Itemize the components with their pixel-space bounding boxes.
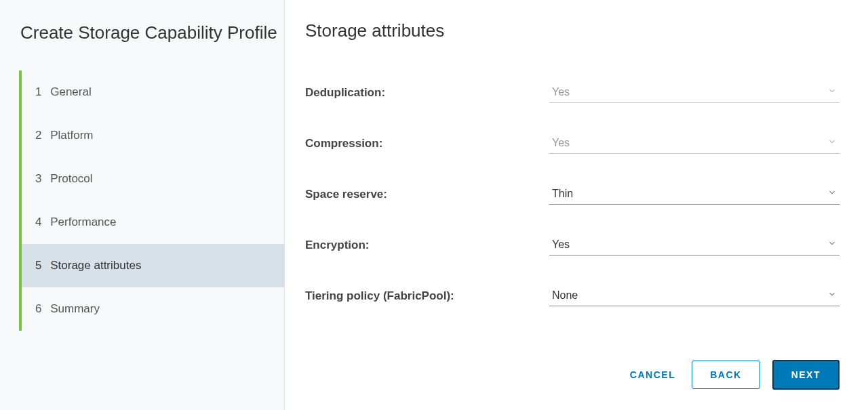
- row-tiering-policy: Tiering policy (FabricPool): None: [305, 285, 840, 306]
- label-compression: Compression:: [305, 137, 549, 150]
- step-num: 5: [35, 259, 41, 272]
- next-button[interactable]: NEXT: [772, 360, 840, 390]
- label-encryption: Encryption:: [305, 239, 549, 252]
- select-value: None: [552, 289, 578, 302]
- row-compression: Compression: Yes: [305, 133, 840, 154]
- label-space-reserve: Space reserve:: [305, 188, 549, 201]
- row-deduplication: Deduplication: Yes: [305, 82, 840, 103]
- chevron-down-icon: [827, 137, 837, 149]
- back-button[interactable]: BACK: [692, 361, 760, 389]
- select-encryption[interactable]: Yes: [549, 234, 840, 255]
- step-label: Platform: [50, 129, 93, 142]
- chevron-down-icon: [827, 188, 837, 200]
- select-tiering-policy[interactable]: None: [549, 285, 840, 306]
- step-label: Performance: [50, 216, 116, 228]
- step-label: General: [50, 85, 91, 98]
- storage-attributes-form: Deduplication: Yes Compression: Yes Spac…: [305, 82, 840, 340]
- select-value: Yes: [552, 239, 570, 251]
- step-num: 3: [35, 172, 41, 185]
- step-performance[interactable]: 4 Performance: [22, 201, 284, 244]
- wizard-title: Create Storage Capability Profile: [19, 20, 284, 45]
- chevron-down-icon: [827, 289, 837, 302]
- step-num: 4: [35, 216, 41, 228]
- page-title: Storage attributes: [305, 20, 840, 41]
- step-platform[interactable]: 2 Platform: [22, 114, 284, 157]
- select-deduplication[interactable]: Yes: [549, 82, 840, 103]
- step-general[interactable]: 1 General: [22, 70, 284, 114]
- select-compression[interactable]: Yes: [549, 133, 840, 154]
- step-label: Storage attributes: [50, 259, 141, 272]
- step-label: Summary: [50, 302, 100, 315]
- main-panel: Storage attributes Deduplication: Yes Co…: [285, 0, 868, 410]
- step-protocol[interactable]: 3 Protocol: [22, 157, 284, 201]
- step-num: 1: [35, 85, 41, 98]
- select-value: Yes: [552, 137, 570, 149]
- step-num: 2: [35, 129, 41, 142]
- label-deduplication: Deduplication:: [305, 86, 549, 100]
- label-tiering-policy: Tiering policy (FabricPool):: [305, 289, 549, 303]
- select-value: Thin: [552, 188, 573, 200]
- chevron-down-icon: [827, 86, 837, 98]
- wizard-steps: 1 General 2 Platform 3 Protocol 4 Perfor…: [19, 70, 284, 331]
- cancel-button[interactable]: CANCEL: [626, 363, 679, 387]
- step-storage-attributes[interactable]: 5 Storage attributes: [22, 244, 284, 287]
- select-space-reserve[interactable]: Thin: [549, 184, 840, 205]
- step-num: 6: [35, 302, 41, 315]
- chevron-down-icon: [827, 239, 837, 251]
- wizard-footer: CANCEL BACK NEXT: [305, 360, 840, 390]
- step-label: Protocol: [50, 172, 92, 185]
- select-value: Yes: [552, 86, 570, 98]
- row-space-reserve: Space reserve: Thin: [305, 184, 840, 205]
- wizard-sidebar: Create Storage Capability Profile 1 Gene…: [0, 0, 285, 410]
- row-encryption: Encryption: Yes: [305, 234, 840, 255]
- step-summary[interactable]: 6 Summary: [22, 287, 284, 331]
